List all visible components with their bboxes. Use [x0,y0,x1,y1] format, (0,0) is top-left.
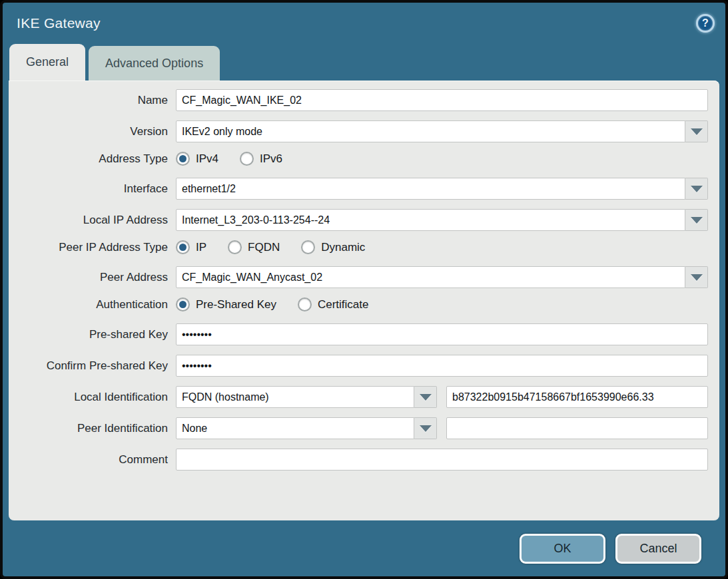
radio-certificate-label: Certificate [318,298,369,311]
peer-ip-type-label: Peer IP Address Type [9,241,176,254]
footer: OK Cancel [3,521,725,576]
peer-address-label: Peer Address [9,271,176,284]
row-local-ip: Local IP Address [9,209,708,231]
preshared-key-label: Pre-shared Key [9,328,176,341]
row-comment: Comment [9,449,708,471]
version-input[interactable] [176,120,685,142]
comment-input[interactable] [176,449,708,471]
row-name: Name [9,89,708,111]
local-ip-label: Local IP Address [9,214,176,227]
row-local-identification: Local Identification [9,386,708,408]
tab-general[interactable]: General [9,44,85,81]
peer-address-input[interactable] [176,266,685,288]
tab-advanced-options[interactable]: Advanced Options [89,46,220,81]
version-dropdown-button[interactable] [685,120,708,142]
peer-identification-value-input[interactable] [446,417,708,439]
radio-certificate[interactable]: Certificate [298,297,369,311]
row-peer-identification: Peer Identification [9,417,708,439]
titlebar: IKE Gateway ? [3,3,725,44]
chevron-down-icon [691,274,703,281]
help-icon[interactable]: ? [696,14,715,33]
name-label: Name [9,94,176,107]
radio-peer-ip-label: IP [196,241,206,254]
radio-ipv6-label: IPv6 [260,152,282,166]
confirm-key-label: Confirm Pre-shared Key [9,359,176,373]
radio-certificate-circle[interactable] [298,297,312,311]
chevron-down-icon [691,217,703,224]
radio-peer-fqdn-label: FQDN [248,241,280,254]
local-identification-type-select[interactable] [176,386,414,408]
row-authentication: Authentication Pre-Shared Key Certificat… [9,297,708,311]
radio-ipv4-label: IPv4 [196,152,218,166]
comment-label: Comment [9,453,176,467]
chevron-down-icon [420,394,432,401]
radio-peer-fqdn[interactable]: FQDN [228,240,280,254]
local-ip-dropdown-button[interactable] [685,209,708,231]
general-tab-panel: Name Version Address Type [9,81,719,520]
radio-peer-dynamic-label: Dynamic [321,241,365,254]
row-confirm-key: Confirm Pre-shared Key [9,355,708,377]
radio-ipv6[interactable]: IPv6 [240,152,282,166]
authentication-label: Authentication [9,298,176,311]
chevron-down-icon [420,425,432,432]
interface-input[interactable] [176,178,685,200]
radio-ipv4-circle[interactable] [176,152,190,166]
radio-preshared-key[interactable]: Pre-Shared Key [176,297,276,311]
peer-identification-type-select[interactable] [176,417,414,439]
radio-peer-fqdn-circle[interactable] [228,240,242,254]
cancel-button[interactable]: Cancel [615,534,701,564]
row-peer-address: Peer Address [9,266,708,288]
chevron-down-icon [691,128,703,135]
radio-ipv4[interactable]: IPv4 [176,152,218,166]
name-input[interactable] [176,89,708,111]
dialog-title: IKE Gateway [17,15,101,31]
row-interface: Interface [9,178,708,200]
radio-ipv6-circle[interactable] [240,152,254,166]
ike-gateway-dialog: IKE Gateway ? General Advanced Options N… [0,0,728,579]
version-label: Version [9,125,176,138]
preshared-key-input[interactable] [176,323,708,345]
tab-bar: General Advanced Options [3,44,725,81]
peer-address-dropdown-button[interactable] [685,266,708,288]
ok-button[interactable]: OK [520,534,605,564]
row-address-type: Address Type IPv4 IPv6 [9,152,708,166]
peer-identification-dropdown-button[interactable] [414,417,437,439]
local-identification-dropdown-button[interactable] [414,386,437,408]
confirm-key-input[interactable] [176,355,708,377]
radio-peer-dynamic[interactable]: Dynamic [301,240,365,254]
radio-preshared-key-circle[interactable] [176,297,190,311]
row-peer-ip-type: Peer IP Address Type IP FQDN Dynamic [9,240,708,254]
radio-preshared-key-label: Pre-Shared Key [196,298,276,311]
local-ip-input[interactable] [176,209,685,231]
row-version: Version [9,120,708,142]
interface-dropdown-button[interactable] [685,178,708,200]
address-type-label: Address Type [9,152,176,166]
row-preshared-key: Pre-shared Key [9,323,708,345]
interface-label: Interface [9,182,176,196]
local-identification-label: Local Identification [9,391,176,404]
radio-peer-ip[interactable]: IP [176,240,206,254]
chevron-down-icon [691,186,703,192]
peer-identification-label: Peer Identification [9,422,176,435]
radio-peer-ip-circle[interactable] [176,240,190,254]
local-identification-value-input[interactable] [446,386,708,408]
radio-peer-dynamic-circle[interactable] [301,240,315,254]
